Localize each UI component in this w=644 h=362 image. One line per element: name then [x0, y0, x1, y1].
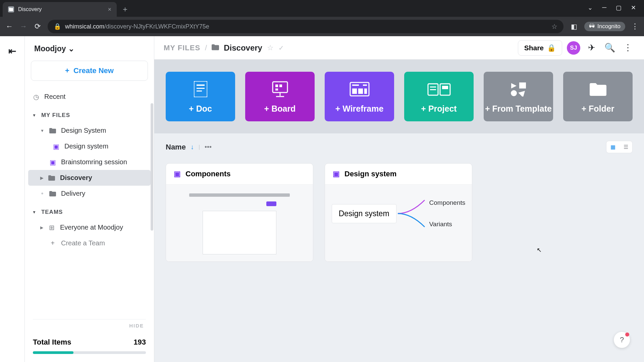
card-design-system[interactable]: ▣ Design system Design system Components… [325, 163, 472, 262]
check-circle-icon[interactable]: ✓ [278, 44, 284, 52]
close-icon[interactable]: × [108, 6, 111, 13]
more-menu-icon[interactable]: ⋮ [621, 43, 635, 53]
chevron-down-icon: ⌄ [68, 44, 74, 53]
sidebar-create-team[interactable]: + Create a Team [25, 235, 154, 251]
create-from-template-button[interactable]: + From Template [484, 72, 553, 121]
hide-ad-button[interactable]: HIDE [33, 319, 146, 332]
template-icon [509, 80, 528, 99]
svg-rect-20 [442, 86, 448, 89]
svg-rect-22 [519, 82, 526, 88]
folder-icon [212, 44, 219, 52]
scrollbar[interactable] [151, 103, 153, 231]
view-toggle: ▦ ☰ [606, 141, 633, 153]
window-close-icon[interactable]: ✕ [631, 4, 636, 11]
avatar[interactable]: SJ [567, 41, 580, 55]
svg-rect-7 [275, 88, 278, 90]
breadcrumb-current: Discovery [224, 43, 262, 53]
browser-chrome: Discovery × + ⌄ ─ ▢ ✕ ← → ⟳ 🔒 whimsical.… [0, 0, 644, 36]
list-view-button[interactable]: ☰ [620, 141, 632, 153]
collapse-sidebar-button[interactable]: ⇤ [8, 46, 16, 57]
sidebar-section-teams[interactable]: ▼ TEAMS [25, 205, 154, 220]
breadcrumb-separator: / [205, 44, 207, 52]
create-board-button[interactable]: + Board [245, 72, 315, 121]
grid-view-button[interactable]: ▦ [606, 141, 620, 153]
bullet-icon: • [40, 190, 44, 197]
lock-icon: 🔒 [54, 23, 61, 30]
svg-rect-19 [440, 84, 450, 95]
url-domain: whimsical.com [65, 23, 104, 30]
svg-marker-21 [511, 83, 517, 88]
sidebar-item-design-system-board[interactable]: ▣ Design system [25, 138, 154, 154]
card-preview: Design system Components Variants [325, 193, 472, 234]
browser-tab[interactable]: Discovery × [3, 2, 117, 17]
create-folder-button[interactable]: + Folder [563, 72, 633, 121]
total-items-value: 193 [133, 338, 146, 347]
folder-icon [590, 80, 606, 99]
card-title: Design system [344, 170, 396, 178]
address-bar[interactable]: 🔒 whimsical.com/discovery-NJtyFKrLWKFCmi… [48, 20, 564, 33]
caret-down-icon: ▼ [32, 210, 37, 215]
tab-title: Discovery [18, 6, 42, 12]
breadcrumb-root[interactable]: MY FILES [164, 44, 200, 52]
workspace-switcher[interactable]: Moodjoy ⌄ [25, 36, 154, 59]
maximize-icon[interactable]: ▢ [616, 4, 622, 11]
search-icon[interactable]: 🔍 [603, 43, 616, 53]
sidebar-item-brainstorming[interactable]: ▣ Brainstomring session [25, 154, 154, 170]
svg-marker-24 [518, 88, 527, 96]
send-icon[interactable]: ✈ [585, 43, 598, 53]
forward-button[interactable]: → [19, 22, 28, 31]
caret-down-icon: ▼ [32, 113, 37, 118]
usage-bar [33, 351, 146, 354]
sidebar-item-team[interactable]: ▶ ⊞ Everyone at Moodjoy [25, 220, 154, 235]
back-button[interactable]: ← [5, 22, 13, 31]
sidebar-recent[interactable]: ◷ Recent [25, 89, 154, 105]
sidebar-item-discovery[interactable]: ▶ Discovery [28, 170, 151, 186]
clock-icon: ◷ [32, 93, 40, 101]
lock-icon: 🔒 [547, 44, 556, 52]
svg-rect-12 [363, 84, 367, 86]
create-new-button[interactable]: + Create New [31, 61, 148, 81]
sidebar-item-design-system-folder[interactable]: ▼ Design System [25, 123, 154, 138]
svg-rect-5 [275, 84, 278, 87]
team-icon: ⊞ [48, 224, 55, 231]
card-components[interactable]: ▣ Components [166, 163, 313, 262]
new-tab-button[interactable]: + [123, 5, 127, 14]
svg-rect-11 [352, 84, 359, 86]
create-doc-button[interactable]: + Doc [166, 72, 235, 121]
chevron-down-icon[interactable]: ⌄ [588, 4, 593, 11]
svg-rect-0 [194, 81, 207, 97]
svg-rect-18 [430, 89, 436, 90]
sort-label[interactable]: Name [166, 143, 186, 152]
minimize-icon[interactable]: ─ [602, 4, 606, 11]
url-path: /discovery-NJtyFKrLWKFCmixPXtY75e [104, 23, 209, 30]
folder-icon [48, 174, 55, 182]
sort-more-button[interactable]: ••• [205, 143, 212, 151]
extensions-icon[interactable]: ◧ [570, 22, 578, 31]
project-icon [427, 80, 451, 99]
sidebar-section-my-files[interactable]: ▼ MY FILES [25, 108, 154, 123]
incognito-badge[interactable]: 🕶 Incognito [584, 22, 625, 31]
total-items-label: Total Items [33, 338, 71, 347]
reload-button[interactable]: ⟳ [34, 22, 42, 31]
sort-arrow-down-icon[interactable]: ↓ [191, 143, 194, 151]
plus-icon: + [49, 240, 56, 247]
sidebar-item-delivery[interactable]: • Delivery [25, 186, 154, 201]
svg-rect-17 [430, 86, 436, 87]
presentation-icon: ▣ [52, 143, 60, 150]
create-project-button[interactable]: + Project [404, 72, 474, 121]
help-button[interactable]: ? [614, 332, 630, 348]
presentation-icon: ▣ [173, 170, 181, 178]
topbar: MY FILES / Discovery ☆ ✓ Share 🔒 SJ ✈ 🔍 … [154, 36, 644, 60]
doc-icon [194, 80, 207, 99]
browser-menu-button[interactable]: ⋮ [631, 22, 639, 31]
svg-rect-15 [364, 88, 367, 94]
share-button[interactable]: Share 🔒 [518, 40, 562, 56]
create-wireframe-button[interactable]: + Wireframe [325, 72, 394, 121]
svg-rect-14 [358, 88, 363, 94]
presentation-icon: ▣ [332, 170, 340, 178]
card-preview [189, 193, 290, 254]
folder-icon [49, 127, 56, 134]
bookmark-star-icon[interactable]: ☆ [551, 22, 557, 31]
star-icon[interactable]: ☆ [267, 44, 274, 52]
folder-icon [8, 6, 14, 12]
